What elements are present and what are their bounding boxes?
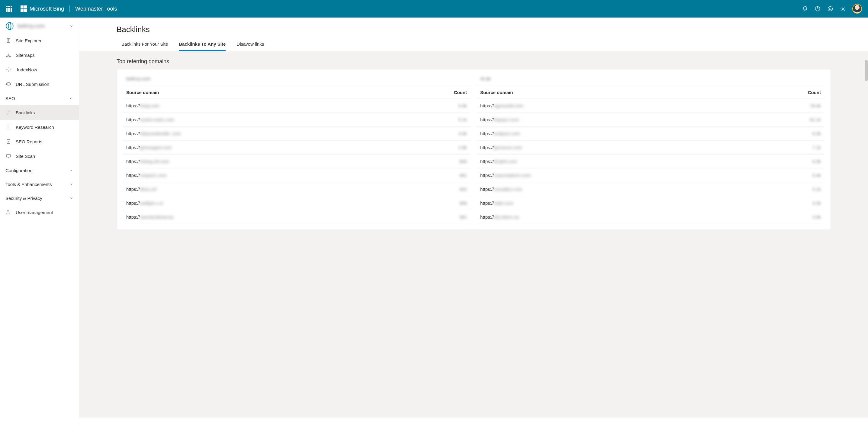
tab-backlinks-to-any-site[interactable]: Backlinks To Any Site	[179, 39, 226, 51]
svg-point-5	[842, 8, 844, 10]
table-row[interactable]: https://uwxolocdonw.icy381	[123, 210, 470, 224]
section-title: Top referring domains	[79, 57, 868, 69]
table-row[interactable]: https://hukog.cht.com609	[123, 154, 470, 168]
gear-icon	[5, 66, 11, 73]
app-launcher-icon[interactable]	[6, 6, 12, 12]
domain-blurred: tcokjces.com	[494, 131, 520, 136]
url-prefix: https://	[480, 117, 494, 122]
page-title: Backlinks	[79, 25, 868, 37]
right-column-title: rtl.de	[476, 75, 825, 86]
notifications-icon[interactable]	[799, 2, 811, 15]
table-row[interactable]: https://tralin.ccm4.3k	[476, 196, 825, 210]
url-prefix: https://	[126, 117, 140, 122]
url-prefix: https://	[126, 103, 140, 108]
table-row[interactable]: https://ucacnutatcrrn.ccm5.4k	[476, 168, 825, 182]
chevron-up-icon	[69, 96, 73, 101]
domain-blurred: dluiu.col	[140, 187, 156, 192]
url-prefix: https://	[480, 173, 494, 178]
user-icon	[5, 209, 11, 215]
table-row[interactable]: https://ssorku.tuta1.com5.1k	[123, 113, 470, 127]
domain-blurred: fcqoya.l.ccm	[494, 117, 519, 122]
feedback-smile-icon[interactable]	[824, 2, 837, 15]
settings-gear-icon[interactable]	[837, 2, 849, 15]
table-row[interactable]: https://gxunocm.com7.1k	[476, 141, 825, 154]
sidebar-item-user-management[interactable]: User management	[0, 205, 79, 220]
sidebar-item-keyword-research[interactable]: Keyword Research	[0, 120, 79, 134]
user-avatar[interactable]	[852, 4, 862, 13]
url-prefix: https://	[480, 159, 494, 164]
url-prefix: https://	[126, 131, 140, 136]
sidebar-item-url-submission[interactable]: URL Submission	[0, 77, 79, 91]
table-row[interactable]: https://fcqoya.l.ccm62.1k	[476, 113, 825, 127]
svg-point-3	[829, 8, 830, 8]
referring-domains-card: bellroy.com Source domain Count https://…	[117, 69, 831, 230]
tab-disavow-links[interactable]: Disavow links	[237, 39, 264, 51]
count-blurred: 402	[443, 187, 467, 192]
table-row[interactable]: https://ogonoselt.com78.4k	[476, 99, 825, 113]
svg-point-18	[7, 210, 9, 212]
url-prefix: https://	[480, 215, 494, 220]
sidebar-item-site-scan[interactable]: Site Scan	[0, 149, 79, 163]
sidebar-item-label: Keyword Research	[16, 124, 54, 130]
site-picker[interactable]: bellroy.com	[0, 18, 79, 34]
table-row[interactable]: https://icxcadtcn.ccm5.1k	[476, 182, 825, 196]
count-blurred: 5.1k	[797, 187, 821, 192]
sidebar-section-security[interactable]: Security & Privacy	[0, 191, 79, 205]
sidebar-item-sitemaps[interactable]: Sitemaps	[0, 48, 79, 62]
count-blurred: 461	[443, 173, 467, 178]
sidebar-section-label: Configuration	[5, 168, 32, 173]
sidebar-item-label: URL Submission	[16, 82, 49, 87]
sidebar-item-label: Site Explorer	[16, 38, 42, 43]
sidebar-item-site-explorer[interactable]: Site Explorer	[0, 34, 79, 48]
url-prefix: https://	[126, 159, 140, 164]
count-blurred: 3.6k	[443, 131, 467, 136]
count-blurred: 8.3k	[797, 131, 821, 136]
sidebar-section-label: Tools & Enhancements	[5, 182, 52, 187]
sidebar-section-seo[interactable]: SEO	[0, 91, 79, 105]
domain-blurred: icxcadtcn.ccm	[494, 187, 522, 192]
count-blurred: 3.9k	[797, 215, 821, 220]
table-row[interactable]: https://xmjsa21.com461	[123, 168, 470, 182]
brand: Microsoft Bing Webmaster Tools	[30, 5, 117, 12]
url-prefix: https://	[126, 187, 140, 192]
sidebar-item-backlinks[interactable]: Backlinks	[0, 105, 79, 120]
sidebar-item-indexnow[interactable]: IndexNow	[0, 62, 79, 77]
sidebar-item-label: Backlinks	[16, 110, 35, 115]
sidebar-section-configuration[interactable]: Configuration	[0, 163, 79, 177]
table-row[interactable]: https://dluiu.col402	[123, 182, 470, 196]
domain-blurred: tralin.ccm	[494, 200, 513, 206]
url-prefix: https://	[480, 200, 494, 206]
sidebar-section-label: SEO	[5, 96, 15, 101]
chevron-down-icon	[69, 168, 73, 172]
chevron-down-icon	[69, 182, 73, 186]
sidebar-item-seo-reports[interactable]: SEO Reports	[0, 134, 79, 149]
table-row[interactable]: https://uwiltpin.c.cl396	[123, 196, 470, 210]
table-row[interactable]: https://tcokjces.com8.3k	[476, 127, 825, 141]
domain-blurred: ogonoselt.com	[494, 103, 523, 108]
table-row[interactable]: https://tclj.cdocn.xa3.9k	[476, 210, 825, 224]
domain-blurred: uwxolocdonw.icy	[140, 215, 174, 220]
top-header: Microsoft Bing Webmaster Tools	[0, 0, 868, 18]
table-row[interactable]: https://shipcondocello .com3.6k	[123, 127, 470, 141]
scrollbar[interactable]	[864, 60, 868, 427]
table-row[interactable]: https://genoxygne.com2.8k	[123, 141, 470, 154]
col-source-domain: Source domain	[480, 90, 797, 95]
left-column-title: bellroy.com	[123, 75, 470, 86]
sidebar-item-label: Sitemaps	[16, 53, 35, 58]
sidebar-section-tools[interactable]: Tools & Enhancements	[0, 177, 79, 191]
url-prefix: https://	[126, 200, 140, 206]
url-prefix: https://	[480, 187, 494, 192]
sidebar-item-label: SEO Reports	[16, 139, 42, 144]
table-row[interactable]: https://dt.lphri.ccm6.3k	[476, 154, 825, 168]
count-blurred: 396	[443, 200, 467, 206]
brand-microsoft-bing: Microsoft Bing	[30, 6, 64, 12]
brand-divider	[69, 5, 70, 12]
table-row[interactable]: https://5mjq.com6.9k	[123, 99, 470, 113]
help-icon[interactable]	[811, 2, 824, 15]
count-blurred: 6.3k	[797, 159, 821, 164]
url-prefix: https://	[480, 131, 494, 136]
tab-backlinks-for-your-site[interactable]: Backlinks For Your Site	[121, 39, 168, 51]
url-prefix: https://	[480, 103, 494, 108]
count-blurred: 609	[443, 159, 467, 164]
domain-blurred: uwiltpin.c.cl	[140, 200, 163, 206]
